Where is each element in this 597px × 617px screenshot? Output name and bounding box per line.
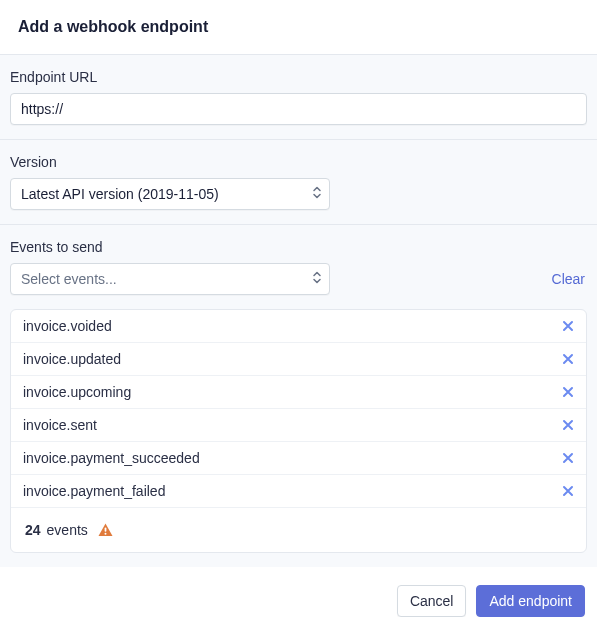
endpoint-section: Endpoint URL <box>0 54 597 140</box>
event-count-label: events <box>47 522 88 538</box>
version-label: Version <box>10 154 587 170</box>
remove-event-icon[interactable] <box>562 485 574 497</box>
event-name: invoice.upcoming <box>23 384 131 400</box>
event-summary-row: 24 events <box>11 508 586 552</box>
endpoint-url-input[interactable] <box>10 93 587 125</box>
event-name: invoice.updated <box>23 351 121 367</box>
add-webhook-modal: Add a webhook endpoint Endpoint URL Vers… <box>0 0 597 617</box>
events-select[interactable]: Select events... <box>10 263 330 295</box>
add-endpoint-button[interactable]: Add endpoint <box>476 585 585 617</box>
cancel-button[interactable]: Cancel <box>397 585 467 617</box>
remove-event-icon[interactable] <box>562 353 574 365</box>
version-section: Version Latest API version (2019-11-05) <box>0 140 597 225</box>
events-section: Events to send Select events... Clear in… <box>0 225 597 567</box>
modal-title: Add a webhook endpoint <box>0 0 597 54</box>
remove-event-icon[interactable] <box>562 320 574 332</box>
event-row: invoice.voided <box>11 310 586 343</box>
event-name: invoice.sent <box>23 417 97 433</box>
modal-footer: Cancel Add endpoint <box>0 567 597 617</box>
event-row: invoice.upcoming <box>11 376 586 409</box>
event-row: invoice.payment_succeeded <box>11 442 586 475</box>
svg-rect-0 <box>104 528 106 532</box>
remove-event-icon[interactable] <box>562 452 574 464</box>
event-name: invoice.payment_succeeded <box>23 450 200 466</box>
warning-icon <box>98 523 113 537</box>
remove-event-icon[interactable] <box>562 419 574 431</box>
remove-event-icon[interactable] <box>562 386 574 398</box>
event-name: invoice.payment_failed <box>23 483 165 499</box>
event-row: invoice.payment_failed <box>11 475 586 508</box>
svg-point-1 <box>104 533 106 535</box>
endpoint-url-label: Endpoint URL <box>10 69 587 85</box>
clear-events-link[interactable]: Clear <box>552 271 587 287</box>
events-label: Events to send <box>10 239 587 255</box>
event-row: invoice.sent <box>11 409 586 442</box>
event-name: invoice.voided <box>23 318 112 334</box>
event-count: 24 <box>25 522 41 538</box>
event-row: invoice.updated <box>11 343 586 376</box>
version-select[interactable]: Latest API version (2019-11-05) <box>10 178 330 210</box>
event-list: invoice.voided invoice.updated invoice.u… <box>10 309 587 553</box>
